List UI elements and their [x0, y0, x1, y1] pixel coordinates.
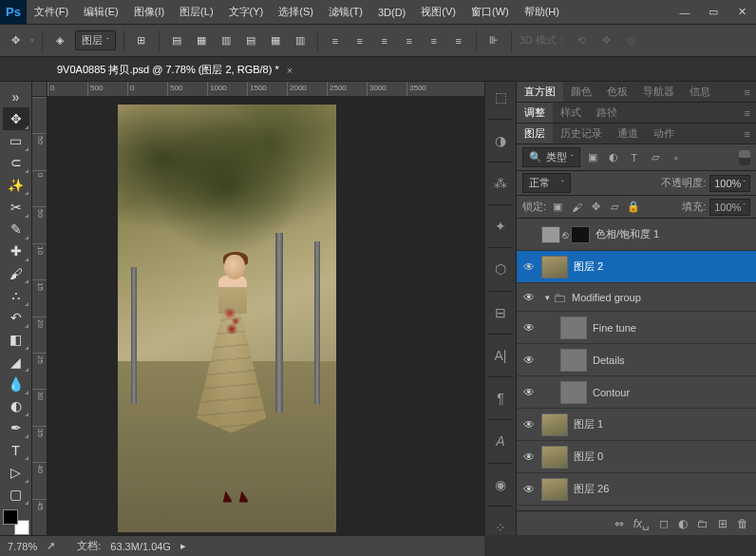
layer-mask-icon[interactable]: ◻ — [659, 517, 669, 530]
gradient-tool[interactable]: ◢ — [3, 351, 29, 373]
panel-tab-通道[interactable]: 通道 — [610, 124, 646, 144]
distribute-3-icon[interactable]: ≡ — [375, 31, 394, 50]
type-tool[interactable]: T — [3, 439, 29, 461]
dock-histogram-icon[interactable]: ⬚ — [490, 89, 511, 105]
visibility-toggle[interactable]: 👁 — [517, 321, 541, 335]
panel-tab-调整[interactable]: 调整 — [517, 103, 553, 123]
foreground-color[interactable] — [3, 509, 18, 525]
panel-tab-历史记录[interactable]: 历史记录 — [553, 124, 610, 144]
panel-menu-icon[interactable]: ≡ — [739, 86, 756, 98]
layer-row[interactable]: ⎋色相/饱和度 1 — [517, 219, 756, 251]
mode3d-slide-icon[interactable]: ◎ — [622, 31, 641, 50]
dodge-tool[interactable]: ◐ — [3, 395, 29, 417]
filter-adjustment-icon[interactable]: ◐ — [605, 149, 622, 166]
new-adjustment-icon[interactable]: ◐ — [678, 517, 688, 530]
auto-select-dropdown[interactable]: 图层 ˇ — [75, 30, 116, 50]
layer-thumbnail[interactable] — [560, 316, 587, 339]
dock-libraries-icon[interactable]: ◉ — [490, 476, 511, 492]
layer-row[interactable]: 👁图层 0 — [517, 441, 756, 473]
panel-tab-图层[interactable]: 图层 — [517, 124, 553, 144]
visibility-toggle[interactable]: 👁 — [517, 483, 541, 496]
panel-tab-直方图[interactable]: 直方图 — [517, 82, 563, 102]
align-left-icon[interactable]: ▤ — [167, 31, 186, 50]
document-tab[interactable]: 9V0A0885 拷贝.psd @ 7.78% (图层 2, RGB/8) * … — [47, 59, 302, 81]
dock-paragraph-icon[interactable]: ¶ — [490, 391, 511, 407]
dock-properties-icon[interactable]: ⊟ — [490, 304, 511, 320]
doc-size-value[interactable]: 63.3M/1.04G — [110, 541, 171, 552]
new-group-icon[interactable]: 🗀 — [697, 517, 709, 530]
close-tab-icon[interactable]: × — [287, 65, 293, 76]
layer-thumbnail[interactable] — [541, 478, 568, 501]
panel-tab-动作[interactable]: 动作 — [646, 124, 682, 144]
layer-filter-type-dropdown[interactable]: 🔍类型ˇ — [522, 147, 580, 167]
clone-stamp-tool[interactable]: ⛬ — [3, 284, 29, 306]
dock-glyphs-icon[interactable]: A — [490, 433, 511, 450]
dock-character-icon[interactable]: A| — [490, 348, 511, 364]
filter-smart-icon[interactable]: ▫ — [668, 149, 685, 166]
pen-tool[interactable]: ✒ — [3, 417, 29, 439]
zoom-value[interactable]: 7.78% — [8, 541, 37, 552]
menu-7[interactable]: 3D(D) — [370, 0, 413, 24]
menu-9[interactable]: 窗口(W) — [463, 0, 517, 24]
panel-tab-导航器[interactable]: 导航器 — [635, 82, 682, 102]
panel-tab-色板[interactable]: 色板 — [599, 82, 635, 102]
layer-thumbnail[interactable] — [541, 256, 568, 278]
panel-menu-icon[interactable]: ≡ — [739, 107, 756, 119]
layer-thumbnail[interactable] — [541, 413, 568, 436]
eraser-tool[interactable]: ◧ — [3, 329, 29, 351]
fill-input[interactable]: 100%ˇ — [709, 199, 750, 216]
blend-mode-dropdown[interactable]: 正常ˇ — [522, 173, 571, 193]
ruler-horizontal[interactable]: 05000500100015002000250030003500 — [47, 82, 484, 97]
healing-brush-tool[interactable]: ✚ — [3, 240, 29, 262]
align-right-icon[interactable]: ▥ — [217, 31, 236, 50]
menu-10[interactable]: 帮助(H) — [517, 0, 567, 24]
align-top-icon[interactable]: ▤ — [241, 31, 260, 50]
layer-row[interactable]: 👁▾🗀Modified group — [517, 283, 756, 312]
filter-toggle[interactable] — [739, 150, 750, 165]
move-tool-icon[interactable]: ✥ — [6, 31, 25, 50]
status-arrow-icon[interactable]: ▸ — [180, 540, 186, 552]
layer-name[interactable]: Modified group — [572, 292, 750, 303]
canvas-area[interactable]: 05000500100015002000250030003500 5005010… — [32, 82, 484, 535]
menu-2[interactable]: 图像(I) — [126, 0, 172, 24]
brush-tool[interactable]: 🖌 — [3, 262, 29, 284]
distribute-6-icon[interactable]: ≡ — [449, 31, 468, 50]
lock-transparency-icon[interactable]: ▣ — [550, 201, 565, 213]
menu-4[interactable]: 文字(Y) — [221, 0, 272, 24]
layer-name[interactable]: 图层 1 — [574, 417, 750, 431]
marquee-tool[interactable]: ▭ — [3, 130, 29, 152]
delete-layer-icon[interactable]: 🗑 — [737, 517, 748, 530]
new-layer-icon[interactable]: ⊞ — [718, 517, 728, 530]
lock-pixels-icon[interactable]: 🖌 — [569, 201, 584, 213]
dock-fx-icon[interactable]: ✦ — [490, 219, 511, 235]
visibility-toggle[interactable]: 👁 — [517, 451, 541, 464]
magic-wand-tool[interactable]: ✨ — [3, 174, 29, 196]
align-center-v-icon[interactable]: ▦ — [266, 31, 285, 50]
arrange-icon[interactable]: ⊪ — [484, 31, 503, 50]
panel-tab-颜色[interactable]: 颜色 — [563, 82, 599, 102]
layer-row[interactable]: 👁图层 1 — [517, 409, 756, 441]
crop-tool[interactable]: ✂ — [3, 196, 29, 218]
menu-0[interactable]: 文件(F) — [27, 0, 76, 24]
document-canvas[interactable] — [118, 105, 336, 532]
dock-adjustments-icon[interactable]: ◑ — [490, 132, 511, 148]
dock-brush-settings-icon[interactable]: ⁂ — [490, 176, 511, 192]
minimize-button[interactable]: ― — [671, 0, 699, 25]
blur-tool[interactable]: 💧 — [3, 373, 29, 394]
ruler-origin[interactable] — [32, 82, 47, 97]
eyedropper-tool[interactable]: ✎ — [3, 219, 29, 240]
group-arrow-icon[interactable]: ▾ — [541, 293, 553, 302]
visibility-toggle[interactable]: 👁 — [517, 386, 541, 399]
layer-row[interactable]: 👁Contour — [517, 376, 756, 409]
path-selection-tool[interactable]: ▷ — [3, 461, 29, 483]
mode3d-orbit-icon[interactable]: ⟲ — [573, 31, 592, 50]
dock-3d-icon[interactable]: ⬡ — [490, 261, 511, 278]
menu-6[interactable]: 滤镜(T) — [321, 0, 370, 24]
lock-artboard-icon[interactable]: ▱ — [607, 201, 622, 213]
layer-name[interactable]: 图层 0 — [574, 450, 750, 464]
menu-3[interactable]: 图层(L) — [172, 0, 220, 24]
opacity-input[interactable]: 100%ˇ — [709, 175, 750, 192]
filter-pixel-icon[interactable]: ▣ — [584, 149, 601, 166]
distribute-4-icon[interactable]: ≡ — [400, 31, 419, 50]
align-center-h-icon[interactable]: ▦ — [192, 31, 211, 50]
